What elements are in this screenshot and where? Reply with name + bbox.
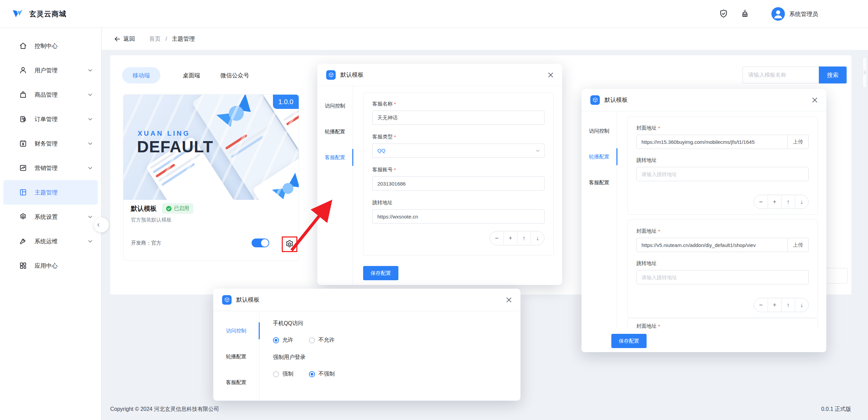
status-badge: 已启用 [162,203,193,214]
tab-wechat[interactable]: 微信公众号 [220,67,249,83]
qq-access-options: 允许 不允许 [273,337,520,344]
close-icon[interactable] [547,72,554,78]
add-item-button[interactable]: + [768,195,781,209]
breadcrumb-home[interactable]: 首页 [149,35,161,43]
cover-url-input[interactable] [636,135,788,149]
chevron-down-icon [87,165,93,171]
qq-access-label: 手机QQ访问 [273,320,520,327]
form-field: 跳转地址 [372,199,545,224]
service-type-select[interactable]: QQ [372,144,545,158]
upload-button[interactable]: 上传 [788,135,809,149]
move-up-button[interactable]: ↑ [781,298,795,312]
radio-no-force[interactable]: 不强制 [309,370,335,378]
form-field: 客服账号* [372,167,545,191]
save-config-button[interactable]: 保存配置 [611,334,647,348]
sidebar-item-control-center[interactable]: 控制中心 [0,34,101,58]
cube-icon [222,295,232,305]
back-arrow-icon [114,36,121,42]
sidebar-item-order-management[interactable]: 订单管理 [0,107,101,131]
modal-title: 默认模板 [340,71,363,79]
copyright-text: Copyright © 2024 河北玄灵信息科技有限公司 [110,406,219,413]
chevron-down-icon [87,214,93,219]
close-icon[interactable] [811,97,818,103]
enable-toggle[interactable] [252,238,269,247]
sidebar-item-user-management[interactable]: 用户管理 [0,58,101,82]
radio-allow[interactable]: 允许 [273,337,293,344]
sidebar-item-marketing-management[interactable]: 营销管理 [0,156,101,180]
access-control-form: 手机QQ访问 允许 不允许 强制用户登录 强制 不强制 [273,311,520,401]
radio-force[interactable]: 强制 [273,370,293,378]
tab-mobile[interactable]: 移动端 [122,67,160,83]
clipboard-icon [19,115,27,123]
jump-url-input[interactable] [636,167,809,181]
move-down-button[interactable]: ↓ [795,195,808,209]
tab-carousel-config[interactable]: 轮播配置 [317,119,353,145]
move-down-button[interactable]: ↓ [795,298,808,312]
remove-item-button[interactable]: − [490,231,504,245]
add-item-button[interactable]: + [768,298,781,312]
modal-title: 默认模板 [605,96,628,104]
tab-service-config[interactable]: 客服配置 [213,369,259,395]
clean-broom-icon[interactable] [740,9,750,19]
service-name-input[interactable] [372,111,545,125]
radio-unselected-icon [273,371,279,377]
sidebar-item-finance-management[interactable]: 财务管理 [0,131,101,156]
remove-item-button[interactable]: − [754,298,768,312]
shield-check-icon[interactable] [718,9,729,19]
check-circle-icon [166,206,172,211]
scrollbar-thumb[interactable] [863,57,867,88]
trend-chart-icon [19,164,27,172]
sidebar-item-app-center[interactable]: 应用中心 [0,253,101,278]
top-navbar: 玄灵云商城 系统管理员 [0,0,868,28]
tab-access-control[interactable]: 访问控制 [581,118,617,144]
tab-carousel-config[interactable]: 轮播配置 [213,344,259,369]
tab-service-config[interactable]: 客服配置 [581,170,617,195]
move-down-button[interactable]: ↓ [531,231,544,245]
chevron-down-icon [87,68,93,73]
sidebar-collapse-handle[interactable] [94,217,109,232]
breadcrumb: 首页 / 主题管理 [149,35,195,43]
sidebar-item-goods-management[interactable]: 商品管理 [0,82,101,107]
sidebar-item-system-ops[interactable]: 系统运维 [0,229,101,253]
gear-icon [284,239,295,249]
version-badge: 1.0.0 [273,95,299,109]
tab-desktop[interactable]: 桌面端 [183,67,200,83]
avatar[interactable] [771,7,785,21]
jump-url-input[interactable] [372,209,545,224]
move-up-button[interactable]: ↑ [781,195,795,209]
tab-access-control[interactable]: 访问控制 [317,93,353,119]
service-account-input[interactable] [372,176,545,191]
cube-icon [590,95,600,105]
add-item-button[interactable]: + [504,231,517,245]
upload-button[interactable]: 上传 [788,238,809,252]
sidebar: 控制中心 用户管理 商品管理 订单管理 财务管理 [0,28,101,420]
developer-info: 开发商：官方 [131,240,161,246]
modal-footer: 保存配置 [581,328,826,352]
cover-url-input[interactable] [636,238,788,252]
force-login-label: 强制用户登录 [273,354,520,361]
search-button[interactable]: 搜索 [819,66,847,83]
chevron-down-icon [87,116,93,122]
back-button[interactable]: 返回 [114,35,135,43]
sidebar-item-system-settings[interactable]: 系统设置 [0,205,101,229]
user-icon [19,66,27,74]
jump-url-input[interactable] [636,270,809,284]
tab-access-control[interactable]: 访问控制 [213,318,259,344]
remove-item-button[interactable]: − [754,195,768,209]
close-icon[interactable] [506,297,512,303]
radio-deny[interactable]: 不允许 [309,337,335,344]
sidebar-item-theme-management[interactable]: 主题管理 [3,180,98,205]
move-up-button[interactable]: ↑ [517,231,531,245]
tab-carousel-config[interactable]: 轮播配置 [581,144,617,170]
tab-service-config[interactable]: 客服配置 [317,145,353,170]
access-control-modal: 默认模板 访问控制 轮播配置 客服配置 手机QQ访问 允许 不允许 强制用户登录… [213,289,520,401]
gear-icon [19,213,27,221]
item-stepper: − + ↑ ↓ [754,298,809,312]
search-input[interactable] [743,66,819,83]
save-config-button[interactable]: 保存配置 [363,266,398,280]
settings-gear-highlight[interactable] [282,236,297,252]
user-name[interactable]: 系统管理员 [789,0,818,28]
template-search: 搜索 [743,66,847,83]
app-title: 玄灵云商城 [29,9,66,19]
modal-header: 默认模板 [317,64,562,86]
